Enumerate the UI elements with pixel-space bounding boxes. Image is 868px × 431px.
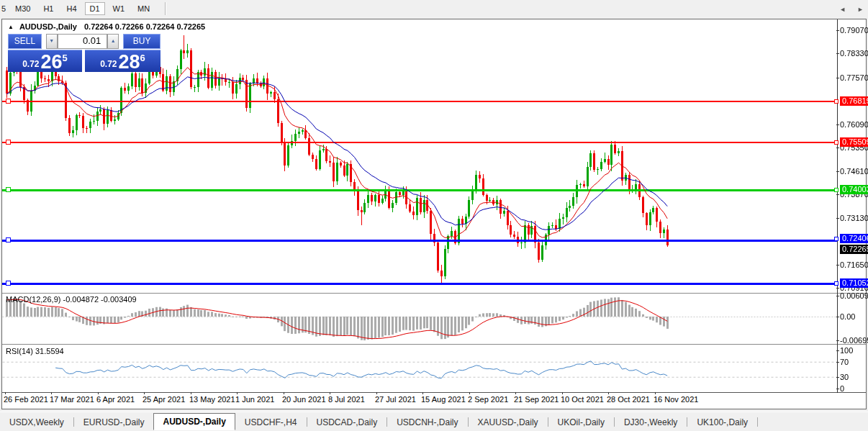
chart-title-row: ▲ AUDUSD-,Daily 0.72264 0.72266 0.72264 … — [8, 22, 205, 31]
timeframe-button-m30[interactable]: M30 — [10, 2, 35, 15]
chevron-down-icon: ▼ — [49, 38, 54, 43]
sell-price-prefix: 0.72 — [22, 59, 39, 69]
date-label: 15 Aug 2021 — [421, 395, 466, 404]
chart-symbol-title: AUDUSD-,Daily — [19, 22, 77, 31]
timeframe-button-5[interactable]: 5 — [0, 2, 7, 15]
one-click-trade-panel: SELL ▼ 0.01 ▲ BUY 0.72 26 5 0.72 28 6 — [8, 34, 161, 72]
sell-price-pip: 5 — [63, 53, 68, 63]
time-axis-border — [2, 392, 866, 393]
tab-scroll-arrows: ◄ ► — [839, 6, 864, 13]
tab-usdcnh-daily[interactable]: USDCNH-,Daily — [387, 414, 467, 430]
date-label: 8 Jul 2021 — [328, 395, 365, 404]
rsi-axis-label: 100 — [840, 346, 853, 355]
rsi-axis-label: 70 — [840, 358, 849, 366]
volume-down-button[interactable]: ▼ — [46, 34, 58, 49]
price-line-label[interactable]: 0.71052 — [840, 278, 868, 288]
rsi-name: RSI(14) — [6, 347, 33, 355]
macd-name: MACD(12,26,9) — [6, 295, 60, 304]
scroll-right-icon[interactable]: ► — [857, 6, 864, 13]
price-line-label[interactable]: 0.72265 — [840, 245, 868, 254]
date-label: 2 Sep 2021 — [468, 395, 508, 404]
date-label: 1 Jun 2021 — [235, 395, 274, 404]
timeframe-button-h4[interactable]: H4 — [61, 2, 81, 15]
tab-uk100-daily[interactable]: UK100-,Daily — [687, 414, 757, 430]
tab-audusd-daily[interactable]: AUDUSD-,Daily — [153, 413, 235, 430]
tab-usdcad-daily[interactable]: USDCAD-,Daily — [307, 414, 387, 430]
buy-price-prefix: 0.72 — [100, 59, 117, 69]
mt4-application: 5M30H1H4D1W1MN ▲ AUDUSD-,Daily 0.72264 0… — [0, 0, 868, 431]
date-label: 6 Apr 2021 — [96, 395, 135, 404]
sell-price-display[interactable]: 0.72 26 5 — [8, 50, 82, 72]
time-axis: 26 Feb 202117 Mar 20216 Apr 202125 Apr 2… — [2, 394, 837, 406]
tab-dj30-weekly[interactable]: DJ30-,Weekly — [615, 414, 687, 430]
chart-tab-bar: USDX,WeeklyEURUSD-,DailyAUDUSD-,DailyUSD… — [0, 412, 868, 431]
buy-price-display[interactable]: 0.72 28 6 — [85, 50, 161, 72]
price-line-label[interactable]: 0.76819 — [840, 96, 868, 106]
rsi-indicator-canvas[interactable] — [2, 345, 837, 392]
price-tick: 0.74610 — [840, 167, 868, 176]
macd-values: -0.004872 -0.003409 — [63, 295, 136, 304]
tab-usdx-weekly[interactable]: USDX,Weekly — [0, 414, 73, 430]
buy-price-pip: 6 — [140, 53, 145, 63]
timeframe-button-mn[interactable]: MN — [132, 2, 155, 15]
tab-eurusd-daily[interactable]: EURUSD-,Daily — [74, 414, 154, 430]
date-label: 13 May 2021 — [189, 395, 235, 404]
timeframe-toolbar: 5M30H1H4D1W1MN — [0, 0, 868, 17]
timeframe-button-w1[interactable]: W1 — [108, 2, 130, 15]
price-tick: 0.78330 — [840, 49, 868, 58]
date-label: 27 Jul 2021 — [375, 395, 416, 404]
tab-xauusd-daily[interactable]: XAUUSD-,Daily — [469, 414, 548, 430]
scroll-left-icon[interactable]: ◄ — [839, 6, 846, 13]
sell-price-big: 26 — [41, 53, 63, 71]
panel-divider[interactable] — [2, 293, 866, 294]
date-label: 25 Apr 2021 — [143, 395, 185, 404]
buy-price-big: 28 — [119, 53, 140, 71]
rsi-axis-label: 30 — [840, 373, 849, 381]
macd-axis-label: 0.00 — [840, 312, 855, 321]
date-label: 16 Nov 2021 — [654, 395, 698, 404]
date-label: 21 Sep 2021 — [514, 395, 559, 404]
price-line-label[interactable]: 0.74003 — [840, 185, 868, 194]
macd-axis-label: 0.006094 — [840, 291, 868, 300]
date-label: 10 Oct 2021 — [561, 395, 604, 404]
buy-button[interactable]: BUY — [123, 34, 161, 49]
date-label: 20 Jun 2021 — [282, 395, 326, 404]
chart-window: ▲ AUDUSD-,Daily 0.72264 0.72266 0.72264 … — [1, 19, 867, 409]
price-axis-border — [837, 19, 838, 393]
price-tick: 0.77570 — [840, 73, 868, 82]
price-tick: 0.79070 — [840, 26, 868, 35]
tab-ukoil-daily[interactable]: UKOil-,Daily — [548, 414, 614, 430]
price-tick: 0.71650 — [840, 260, 868, 269]
timeframe-button-h1[interactable]: H1 — [38, 2, 58, 15]
rsi-value: 31.5594 — [35, 347, 64, 355]
date-label: 26 Feb 2021 — [4, 395, 48, 404]
volume-input[interactable]: 0.01 — [58, 34, 108, 49]
tab-usdchf-h4[interactable]: USDCHF-,H4 — [235, 414, 307, 430]
price-line-label[interactable]: 0.75509 — [840, 137, 868, 147]
chart-ohlc-values: 0.72264 0.72266 0.72264 0.72265 — [84, 22, 205, 31]
price-tick: 0.76090 — [840, 120, 868, 129]
chevron-up-icon: ▲ — [111, 38, 116, 43]
panel-divider[interactable] — [2, 344, 866, 345]
macd-label: MACD(12,26,9) -0.004872 -0.003409 — [6, 295, 137, 304]
timeframe-button-d1[interactable]: D1 — [85, 2, 105, 15]
price-line-label[interactable]: 0.72406 — [840, 234, 868, 243]
price-tick: 0.73130 — [840, 214, 868, 222]
toolbar-separator — [165, 2, 166, 15]
date-label: 17 Mar 2021 — [50, 395, 94, 404]
volume-up-button[interactable]: ▲ — [107, 34, 119, 49]
price-axis: 0.790700.783300.775700.760900.753500.746… — [840, 19, 866, 393]
rsi-label: RSI(14) 31.5594 — [6, 347, 64, 355]
trade-panel-collapse-icon[interactable]: ▲ — [8, 24, 14, 30]
rsi-axis-label: 0 — [840, 384, 844, 393]
sell-button[interactable]: SELL — [8, 34, 42, 49]
date-label: 28 Oct 2021 — [607, 395, 650, 404]
macd-axis-label: -0.006955 — [840, 336, 868, 345]
tab-separator — [757, 417, 758, 427]
